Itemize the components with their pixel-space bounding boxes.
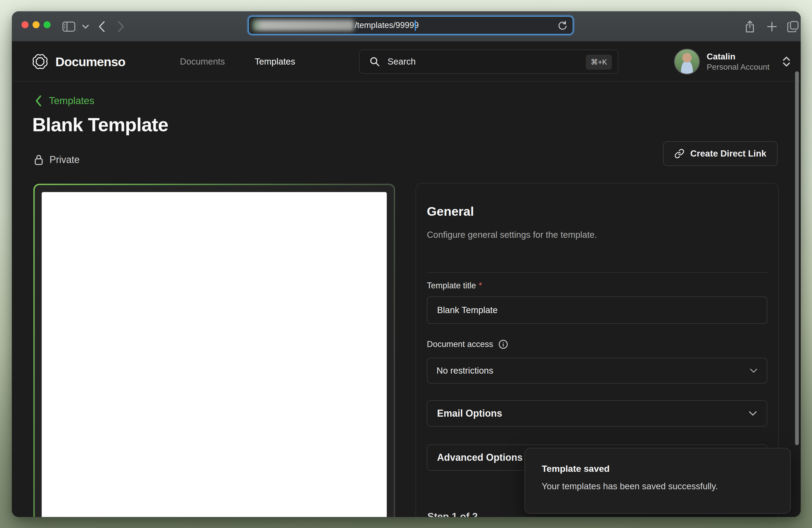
search-placeholder: Search (388, 57, 416, 67)
breadcrumb-templates-link[interactable]: Templates (34, 95, 95, 107)
web-page: Documenso Documents Templates Search ⌘+K… (12, 42, 801, 517)
toast-notification: Template saved Your templates has been s… (524, 448, 791, 514)
visibility-status: Private (34, 154, 79, 165)
chevron-down-icon (750, 368, 758, 373)
scrollbar-thumb[interactable] (795, 71, 799, 445)
new-tab-icon[interactable] (763, 11, 781, 42)
advanced-options-label: Advanced Options (437, 452, 523, 463)
account-type: Personal Account (707, 62, 769, 72)
chevrons-up-down-icon (782, 56, 791, 67)
titlebar-divider (77, 19, 77, 34)
zoom-window-button[interactable] (44, 21, 50, 28)
create-direct-link-label: Create Direct Link (691, 148, 766, 159)
account-name: Catalin (707, 51, 769, 62)
forward-button-icon[interactable] (114, 11, 129, 42)
template-title-input[interactable] (427, 296, 767, 324)
brand-name: Documenso (55, 54, 125, 69)
search-shortcut-badge: ⌘+K (586, 55, 612, 70)
share-icon[interactable] (741, 11, 758, 42)
url-bar[interactable]: /templates/99999 (248, 16, 574, 35)
required-asterisk: * (479, 281, 482, 290)
nav-documents[interactable]: Documents (180, 42, 225, 82)
nav-templates[interactable]: Templates (255, 42, 295, 82)
search-input[interactable]: Search ⌘+K (359, 49, 618, 74)
documenso-rosette-icon (31, 53, 49, 71)
chevron-down-icon[interactable] (79, 11, 91, 42)
close-window-button[interactable] (21, 21, 29, 28)
chevron-left-icon (34, 95, 43, 107)
avatar (674, 49, 700, 74)
document-access-label: Document access (427, 339, 493, 349)
info-icon[interactable] (498, 339, 508, 349)
browser-window: /templates/99999 (12, 11, 801, 517)
browser-titlebar: /templates/99999 (12, 11, 801, 42)
settings-subheading: Configure general settings for the templ… (427, 230, 597, 240)
visibility-label: Private (49, 154, 79, 165)
reload-icon[interactable] (557, 20, 568, 31)
document-page-canvas[interactable] (42, 192, 387, 517)
template-title-label: Template title* (427, 281, 482, 291)
blurred-domain (252, 20, 354, 31)
link-icon (674, 148, 684, 159)
url-path-text: /templates/99999 (355, 17, 419, 34)
search-icon (369, 56, 380, 67)
document-preview-frame (33, 184, 395, 517)
create-direct-link-button[interactable]: Create Direct Link (663, 141, 778, 166)
breadcrumb-label: Templates (49, 95, 95, 106)
sidebar-toggle-icon[interactable] (61, 11, 77, 42)
settings-heading: General (427, 204, 474, 219)
document-access-label-row: Document access (427, 339, 508, 349)
email-options-accordion[interactable]: Email Options (427, 400, 767, 427)
document-access-value: No restrictions (436, 366, 493, 376)
document-preview-inner (35, 185, 394, 517)
page-title: Blank Template (32, 114, 169, 135)
account-menu[interactable]: Catalin Personal Account (674, 42, 791, 82)
toast-body: Your templates has been saved successful… (542, 481, 718, 492)
document-access-select[interactable]: No restrictions (427, 358, 767, 384)
brand-logo[interactable]: Documenso (31, 42, 125, 82)
minimize-window-button[interactable] (32, 21, 40, 28)
lock-icon (34, 154, 44, 165)
step-indicator: Step 1 of 2 (427, 511, 478, 517)
divider (427, 272, 767, 273)
text-caret (415, 20, 416, 31)
back-button-icon[interactable] (94, 11, 109, 42)
email-options-label: Email Options (437, 408, 502, 419)
tab-overview-icon[interactable] (784, 11, 801, 42)
toast-title: Template saved (542, 464, 610, 474)
app-header: Documenso Documents Templates Search ⌘+K… (12, 42, 801, 82)
chevron-down-icon (749, 410, 757, 416)
